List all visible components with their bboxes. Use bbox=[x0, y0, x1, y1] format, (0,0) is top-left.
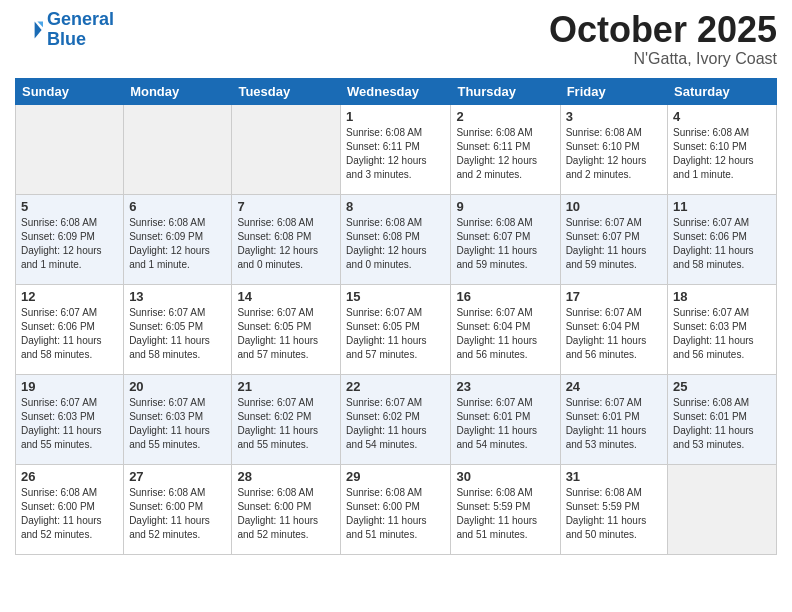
header-thursday: Thursday bbox=[451, 78, 560, 104]
calendar-cell: 13Sunrise: 6:07 AM Sunset: 6:05 PM Dayli… bbox=[124, 284, 232, 374]
day-number: 19 bbox=[21, 379, 118, 394]
day-number: 12 bbox=[21, 289, 118, 304]
day-info: Sunrise: 6:07 AM Sunset: 6:03 PM Dayligh… bbox=[21, 396, 118, 452]
calendar-cell: 6Sunrise: 6:08 AM Sunset: 6:09 PM Daylig… bbox=[124, 194, 232, 284]
day-info: Sunrise: 6:07 AM Sunset: 6:02 PM Dayligh… bbox=[237, 396, 335, 452]
day-number: 20 bbox=[129, 379, 226, 394]
day-number: 10 bbox=[566, 199, 662, 214]
day-info: Sunrise: 6:07 AM Sunset: 6:03 PM Dayligh… bbox=[673, 306, 771, 362]
day-info: Sunrise: 6:08 AM Sunset: 6:09 PM Dayligh… bbox=[129, 216, 226, 272]
day-info: Sunrise: 6:08 AM Sunset: 6:00 PM Dayligh… bbox=[129, 486, 226, 542]
day-info: Sunrise: 6:07 AM Sunset: 6:02 PM Dayligh… bbox=[346, 396, 445, 452]
day-info: Sunrise: 6:07 AM Sunset: 6:07 PM Dayligh… bbox=[566, 216, 662, 272]
header-monday: Monday bbox=[124, 78, 232, 104]
page: General Blue October 2025 N'Gatta, Ivory… bbox=[0, 0, 792, 570]
day-info: Sunrise: 6:08 AM Sunset: 6:00 PM Dayligh… bbox=[21, 486, 118, 542]
calendar-week-row: 19Sunrise: 6:07 AM Sunset: 6:03 PM Dayli… bbox=[16, 374, 777, 464]
calendar-header-row: Sunday Monday Tuesday Wednesday Thursday… bbox=[16, 78, 777, 104]
day-info: Sunrise: 6:08 AM Sunset: 6:11 PM Dayligh… bbox=[456, 126, 554, 182]
calendar-cell: 22Sunrise: 6:07 AM Sunset: 6:02 PM Dayli… bbox=[341, 374, 451, 464]
calendar-week-row: 5Sunrise: 6:08 AM Sunset: 6:09 PM Daylig… bbox=[16, 194, 777, 284]
calendar-cell: 10Sunrise: 6:07 AM Sunset: 6:07 PM Dayli… bbox=[560, 194, 667, 284]
month-title: October 2025 bbox=[549, 10, 777, 50]
calendar-week-row: 12Sunrise: 6:07 AM Sunset: 6:06 PM Dayli… bbox=[16, 284, 777, 374]
day-number: 17 bbox=[566, 289, 662, 304]
day-number: 22 bbox=[346, 379, 445, 394]
calendar-cell: 14Sunrise: 6:07 AM Sunset: 6:05 PM Dayli… bbox=[232, 284, 341, 374]
day-number: 26 bbox=[21, 469, 118, 484]
day-info: Sunrise: 6:08 AM Sunset: 6:08 PM Dayligh… bbox=[346, 216, 445, 272]
header-sunday: Sunday bbox=[16, 78, 124, 104]
calendar-cell: 31Sunrise: 6:08 AM Sunset: 5:59 PM Dayli… bbox=[560, 464, 667, 554]
day-info: Sunrise: 6:07 AM Sunset: 6:01 PM Dayligh… bbox=[566, 396, 662, 452]
day-info: Sunrise: 6:07 AM Sunset: 6:05 PM Dayligh… bbox=[237, 306, 335, 362]
day-info: Sunrise: 6:07 AM Sunset: 6:03 PM Dayligh… bbox=[129, 396, 226, 452]
day-number: 3 bbox=[566, 109, 662, 124]
calendar-cell: 1Sunrise: 6:08 AM Sunset: 6:11 PM Daylig… bbox=[341, 104, 451, 194]
calendar-cell: 17Sunrise: 6:07 AM Sunset: 6:04 PM Dayli… bbox=[560, 284, 667, 374]
calendar-cell: 3Sunrise: 6:08 AM Sunset: 6:10 PM Daylig… bbox=[560, 104, 667, 194]
calendar-cell: 5Sunrise: 6:08 AM Sunset: 6:09 PM Daylig… bbox=[16, 194, 124, 284]
day-number: 11 bbox=[673, 199, 771, 214]
day-number: 27 bbox=[129, 469, 226, 484]
day-info: Sunrise: 6:07 AM Sunset: 6:05 PM Dayligh… bbox=[129, 306, 226, 362]
calendar-cell: 16Sunrise: 6:07 AM Sunset: 6:04 PM Dayli… bbox=[451, 284, 560, 374]
day-number: 13 bbox=[129, 289, 226, 304]
day-info: Sunrise: 6:07 AM Sunset: 6:04 PM Dayligh… bbox=[566, 306, 662, 362]
calendar-cell: 28Sunrise: 6:08 AM Sunset: 6:00 PM Dayli… bbox=[232, 464, 341, 554]
location: N'Gatta, Ivory Coast bbox=[549, 50, 777, 68]
calendar-cell: 4Sunrise: 6:08 AM Sunset: 6:10 PM Daylig… bbox=[668, 104, 777, 194]
calendar-cell: 30Sunrise: 6:08 AM Sunset: 5:59 PM Dayli… bbox=[451, 464, 560, 554]
day-number: 16 bbox=[456, 289, 554, 304]
calendar-week-row: 1Sunrise: 6:08 AM Sunset: 6:11 PM Daylig… bbox=[16, 104, 777, 194]
day-info: Sunrise: 6:08 AM Sunset: 6:08 PM Dayligh… bbox=[237, 216, 335, 272]
day-number: 23 bbox=[456, 379, 554, 394]
calendar-cell: 12Sunrise: 6:07 AM Sunset: 6:06 PM Dayli… bbox=[16, 284, 124, 374]
calendar-cell: 18Sunrise: 6:07 AM Sunset: 6:03 PM Dayli… bbox=[668, 284, 777, 374]
day-number: 29 bbox=[346, 469, 445, 484]
calendar-cell: 27Sunrise: 6:08 AM Sunset: 6:00 PM Dayli… bbox=[124, 464, 232, 554]
day-info: Sunrise: 6:08 AM Sunset: 6:10 PM Dayligh… bbox=[673, 126, 771, 182]
calendar-cell: 11Sunrise: 6:07 AM Sunset: 6:06 PM Dayli… bbox=[668, 194, 777, 284]
calendar-cell: 19Sunrise: 6:07 AM Sunset: 6:03 PM Dayli… bbox=[16, 374, 124, 464]
logo-line1: General bbox=[47, 9, 114, 29]
calendar-cell bbox=[16, 104, 124, 194]
calendar-cell: 26Sunrise: 6:08 AM Sunset: 6:00 PM Dayli… bbox=[16, 464, 124, 554]
calendar-cell: 29Sunrise: 6:08 AM Sunset: 6:00 PM Dayli… bbox=[341, 464, 451, 554]
calendar-cell: 9Sunrise: 6:08 AM Sunset: 6:07 PM Daylig… bbox=[451, 194, 560, 284]
day-number: 18 bbox=[673, 289, 771, 304]
day-number: 1 bbox=[346, 109, 445, 124]
day-info: Sunrise: 6:07 AM Sunset: 6:06 PM Dayligh… bbox=[21, 306, 118, 362]
calendar-cell bbox=[124, 104, 232, 194]
calendar-cell: 23Sunrise: 6:07 AM Sunset: 6:01 PM Dayli… bbox=[451, 374, 560, 464]
day-info: Sunrise: 6:08 AM Sunset: 6:00 PM Dayligh… bbox=[346, 486, 445, 542]
calendar-week-row: 26Sunrise: 6:08 AM Sunset: 6:00 PM Dayli… bbox=[16, 464, 777, 554]
day-info: Sunrise: 6:08 AM Sunset: 6:00 PM Dayligh… bbox=[237, 486, 335, 542]
calendar-cell: 15Sunrise: 6:07 AM Sunset: 6:05 PM Dayli… bbox=[341, 284, 451, 374]
day-number: 30 bbox=[456, 469, 554, 484]
day-info: Sunrise: 6:07 AM Sunset: 6:04 PM Dayligh… bbox=[456, 306, 554, 362]
day-number: 24 bbox=[566, 379, 662, 394]
title-block: October 2025 N'Gatta, Ivory Coast bbox=[549, 10, 777, 68]
logo-text: General Blue bbox=[47, 10, 114, 50]
calendar-cell bbox=[232, 104, 341, 194]
calendar-cell: 25Sunrise: 6:08 AM Sunset: 6:01 PM Dayli… bbox=[668, 374, 777, 464]
calendar-table: Sunday Monday Tuesday Wednesday Thursday… bbox=[15, 78, 777, 555]
day-info: Sunrise: 6:08 AM Sunset: 5:59 PM Dayligh… bbox=[566, 486, 662, 542]
day-info: Sunrise: 6:08 AM Sunset: 6:11 PM Dayligh… bbox=[346, 126, 445, 182]
logo-line2: Blue bbox=[47, 29, 86, 49]
logo-icon bbox=[15, 16, 43, 44]
day-info: Sunrise: 6:07 AM Sunset: 6:06 PM Dayligh… bbox=[673, 216, 771, 272]
header-friday: Friday bbox=[560, 78, 667, 104]
day-number: 8 bbox=[346, 199, 445, 214]
day-info: Sunrise: 6:07 AM Sunset: 6:05 PM Dayligh… bbox=[346, 306, 445, 362]
logo: General Blue bbox=[15, 10, 114, 50]
day-number: 6 bbox=[129, 199, 226, 214]
day-info: Sunrise: 6:07 AM Sunset: 6:01 PM Dayligh… bbox=[456, 396, 554, 452]
header-wednesday: Wednesday bbox=[341, 78, 451, 104]
header-tuesday: Tuesday bbox=[232, 78, 341, 104]
day-number: 25 bbox=[673, 379, 771, 394]
day-number: 15 bbox=[346, 289, 445, 304]
day-number: 5 bbox=[21, 199, 118, 214]
day-number: 9 bbox=[456, 199, 554, 214]
